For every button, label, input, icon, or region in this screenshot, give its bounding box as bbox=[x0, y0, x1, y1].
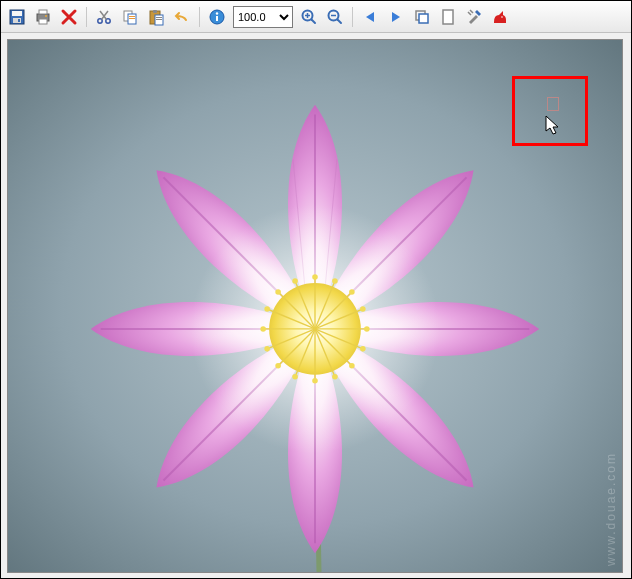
window-button[interactable] bbox=[410, 5, 434, 29]
svg-rect-25 bbox=[419, 14, 428, 23]
cursor-icon bbox=[545, 115, 561, 137]
print-icon bbox=[34, 8, 52, 26]
svg-rect-1 bbox=[12, 11, 22, 16]
watermark: www.douae.com bbox=[604, 452, 618, 566]
toolbar-separator bbox=[199, 7, 200, 27]
svg-rect-15 bbox=[153, 10, 157, 13]
svg-point-62 bbox=[275, 289, 281, 295]
toolbar-separator bbox=[86, 7, 87, 27]
svg-point-57 bbox=[292, 374, 298, 380]
svg-point-49 bbox=[332, 278, 338, 284]
svg-point-55 bbox=[332, 374, 338, 380]
svg-point-53 bbox=[360, 346, 366, 352]
toolbar-separator bbox=[352, 7, 353, 27]
paste-icon bbox=[147, 8, 165, 26]
svg-point-60 bbox=[260, 326, 266, 332]
zoom-out-button[interactable] bbox=[323, 5, 347, 29]
svg-point-58 bbox=[275, 363, 281, 369]
svg-rect-12 bbox=[129, 16, 135, 17]
delete-button[interactable] bbox=[57, 5, 81, 29]
svg-point-21 bbox=[216, 12, 218, 14]
svg-point-48 bbox=[312, 274, 318, 280]
scissors-icon bbox=[95, 8, 113, 26]
prev-button[interactable] bbox=[358, 5, 382, 29]
svg-rect-26 bbox=[443, 10, 453, 24]
svg-rect-20 bbox=[216, 16, 218, 21]
undo-button[interactable] bbox=[170, 5, 194, 29]
page-button[interactable] bbox=[436, 5, 460, 29]
svg-point-27 bbox=[501, 16, 503, 18]
svg-point-52 bbox=[364, 326, 370, 332]
selection-rect bbox=[547, 97, 559, 111]
next-button[interactable] bbox=[384, 5, 408, 29]
save-icon bbox=[8, 8, 26, 26]
print-button[interactable] bbox=[31, 5, 55, 29]
zoom-select[interactable]: 100.0 bbox=[233, 6, 293, 28]
info-icon bbox=[208, 8, 226, 26]
copy-icon bbox=[121, 8, 139, 26]
settings-button[interactable] bbox=[462, 5, 486, 29]
svg-rect-5 bbox=[39, 10, 47, 14]
arrow-left-icon bbox=[361, 8, 379, 26]
tools-icon bbox=[465, 8, 483, 26]
svg-point-51 bbox=[360, 306, 366, 312]
delete-x-icon bbox=[60, 8, 78, 26]
svg-point-61 bbox=[264, 306, 270, 312]
zoom-in-button[interactable] bbox=[297, 5, 321, 29]
svg-rect-17 bbox=[156, 17, 162, 18]
svg-point-54 bbox=[349, 363, 355, 369]
toolbar: 100.0 bbox=[1, 1, 631, 33]
window-icon bbox=[413, 8, 431, 26]
svg-rect-3 bbox=[18, 19, 20, 22]
svg-rect-13 bbox=[129, 18, 135, 19]
save-button[interactable] bbox=[5, 5, 29, 29]
canvas-area[interactable]: www.douae.com bbox=[1, 33, 631, 578]
svg-rect-18 bbox=[156, 19, 162, 20]
zoom-out-icon bbox=[326, 8, 344, 26]
svg-point-63 bbox=[292, 278, 298, 284]
cut-button[interactable] bbox=[92, 5, 116, 29]
svg-point-50 bbox=[349, 289, 355, 295]
zoom-in-icon bbox=[300, 8, 318, 26]
page-icon bbox=[439, 8, 457, 26]
image-frame[interactable]: www.douae.com bbox=[7, 39, 623, 573]
svg-point-59 bbox=[264, 346, 270, 352]
svg-point-7 bbox=[45, 15, 47, 17]
svg-point-56 bbox=[312, 378, 318, 384]
info-button[interactable] bbox=[205, 5, 229, 29]
arrow-right-icon bbox=[387, 8, 405, 26]
paste-button[interactable] bbox=[144, 5, 168, 29]
svg-rect-6 bbox=[39, 19, 47, 24]
irfan-button[interactable] bbox=[488, 5, 512, 29]
selection-highlight bbox=[512, 76, 588, 146]
undo-icon bbox=[173, 8, 191, 26]
cat-icon bbox=[491, 8, 509, 26]
copy-button[interactable] bbox=[118, 5, 142, 29]
